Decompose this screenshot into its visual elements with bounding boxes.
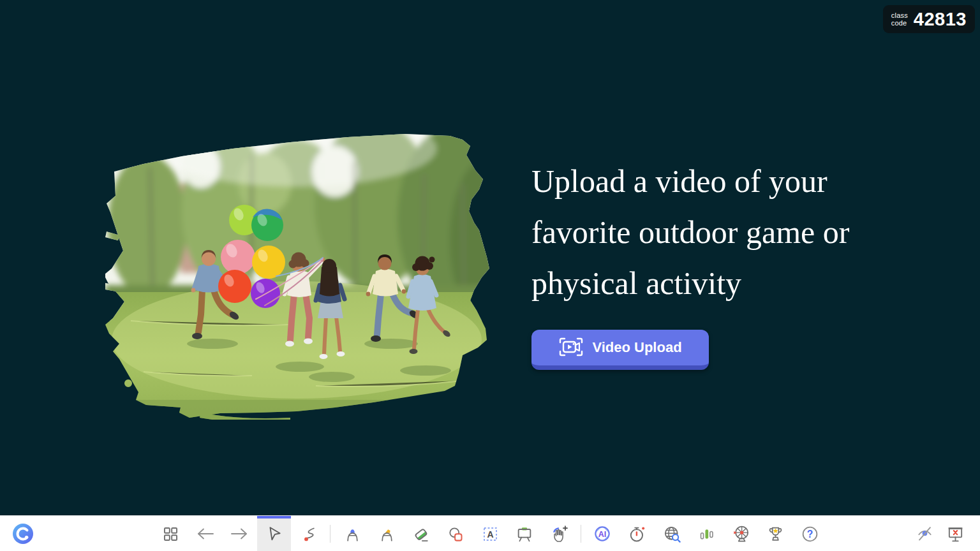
quick-poll-button[interactable]	[692, 516, 720, 551]
classpoint-logo[interactable]	[9, 516, 37, 551]
toolbar-divider	[330, 525, 330, 543]
name-picker-button[interactable]	[727, 516, 755, 551]
hide-toolbar-button[interactable]	[910, 516, 939, 551]
brush-stroke-photo	[105, 129, 494, 420]
next-slide-button[interactable]	[225, 516, 253, 551]
eraser-tool-button[interactable]	[407, 516, 435, 551]
pen-tool-button[interactable]	[338, 516, 366, 551]
cursor-tool-button[interactable]	[260, 516, 288, 551]
video-camera-icon	[558, 337, 584, 359]
class-code-value: 42813	[914, 9, 967, 30]
video-upload-button[interactable]: Video Upload	[531, 330, 709, 370]
heading-line-3: physical activity	[531, 258, 953, 309]
bottom-toolbar: A AI	[0, 515, 980, 551]
draggable-objects-tool-button[interactable]	[546, 516, 574, 551]
previous-slide-button[interactable]	[191, 516, 219, 551]
shapes-tool-button[interactable]	[442, 516, 470, 551]
slide-image-children-balloons	[105, 129, 494, 420]
exit-slideshow-button[interactable]	[941, 516, 969, 551]
video-upload-label: Video Upload	[592, 339, 681, 356]
svg-text:AI: AI	[598, 530, 607, 539]
highlighter-tool-button[interactable]	[373, 516, 401, 551]
toolbar-divider	[581, 525, 581, 543]
embedded-browser-button[interactable]	[658, 516, 686, 551]
help-button[interactable]: ?	[796, 516, 824, 551]
whiteboard-tool-button[interactable]	[510, 516, 538, 551]
heading-line-2: favorite outdoor game or	[531, 207, 953, 258]
class-code-badge: class code 42813	[883, 5, 975, 33]
slide-navigator-button[interactable]	[156, 516, 184, 551]
class-code-label: class code	[891, 11, 908, 27]
photo-grass	[105, 281, 494, 420]
laser-pointer-button[interactable]	[295, 516, 323, 551]
slide-heading: Upload a video of your favorite outdoor …	[531, 156, 953, 309]
heading-line-1: Upload a video of your	[531, 156, 953, 207]
svg-text:A: A	[487, 529, 493, 539]
text-tool-button[interactable]: A	[476, 516, 504, 551]
ai-tool-button[interactable]: AI	[588, 516, 616, 551]
timer-tool-button[interactable]	[623, 516, 651, 551]
leaderboard-button[interactable]	[761, 516, 789, 551]
svg-text:?: ?	[806, 529, 813, 540]
